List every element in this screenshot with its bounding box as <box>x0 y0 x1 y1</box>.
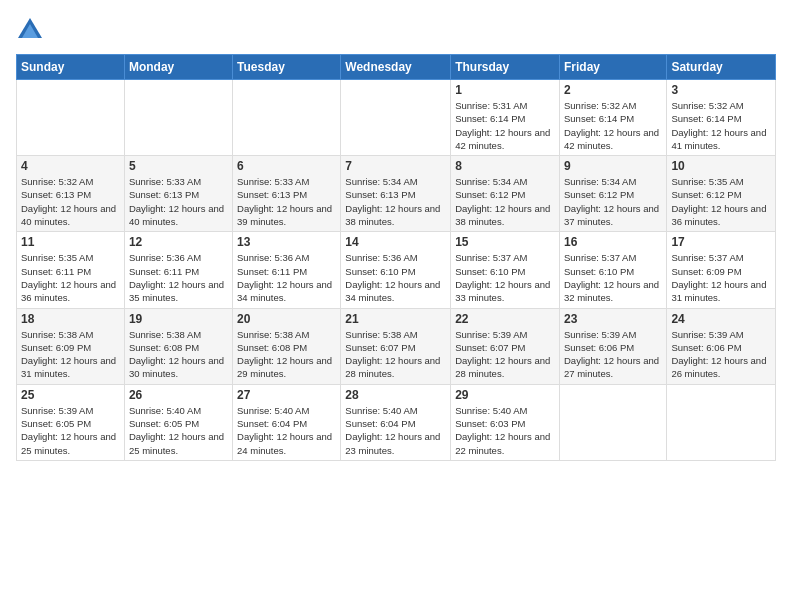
calendar-cell <box>667 384 776 460</box>
day-number: 5 <box>129 159 228 173</box>
day-number: 2 <box>564 83 662 97</box>
day-info: Sunrise: 5:38 AM Sunset: 6:07 PM Dayligh… <box>345 328 446 381</box>
day-number: 28 <box>345 388 446 402</box>
day-number: 26 <box>129 388 228 402</box>
day-info: Sunrise: 5:36 AM Sunset: 6:11 PM Dayligh… <box>129 251 228 304</box>
calendar-cell: 12Sunrise: 5:36 AM Sunset: 6:11 PM Dayli… <box>124 232 232 308</box>
calendar-week-row: 1Sunrise: 5:31 AM Sunset: 6:14 PM Daylig… <box>17 80 776 156</box>
calendar-week-row: 25Sunrise: 5:39 AM Sunset: 6:05 PM Dayli… <box>17 384 776 460</box>
calendar-cell <box>233 80 341 156</box>
calendar: SundayMondayTuesdayWednesdayThursdayFrid… <box>16 54 776 461</box>
day-info: Sunrise: 5:40 AM Sunset: 6:04 PM Dayligh… <box>237 404 336 457</box>
calendar-cell: 17Sunrise: 5:37 AM Sunset: 6:09 PM Dayli… <box>667 232 776 308</box>
weekday-header: Friday <box>559 55 666 80</box>
calendar-week-row: 18Sunrise: 5:38 AM Sunset: 6:09 PM Dayli… <box>17 308 776 384</box>
day-info: Sunrise: 5:36 AM Sunset: 6:10 PM Dayligh… <box>345 251 446 304</box>
calendar-cell: 29Sunrise: 5:40 AM Sunset: 6:03 PM Dayli… <box>451 384 560 460</box>
calendar-week-row: 11Sunrise: 5:35 AM Sunset: 6:11 PM Dayli… <box>17 232 776 308</box>
calendar-cell: 1Sunrise: 5:31 AM Sunset: 6:14 PM Daylig… <box>451 80 560 156</box>
calendar-cell: 27Sunrise: 5:40 AM Sunset: 6:04 PM Dayli… <box>233 384 341 460</box>
day-number: 4 <box>21 159 120 173</box>
day-number: 14 <box>345 235 446 249</box>
day-info: Sunrise: 5:32 AM Sunset: 6:14 PM Dayligh… <box>671 99 771 152</box>
day-info: Sunrise: 5:38 AM Sunset: 6:08 PM Dayligh… <box>129 328 228 381</box>
weekday-header: Wednesday <box>341 55 451 80</box>
calendar-cell: 8Sunrise: 5:34 AM Sunset: 6:12 PM Daylig… <box>451 156 560 232</box>
day-info: Sunrise: 5:37 AM Sunset: 6:10 PM Dayligh… <box>455 251 555 304</box>
calendar-cell: 4Sunrise: 5:32 AM Sunset: 6:13 PM Daylig… <box>17 156 125 232</box>
day-number: 10 <box>671 159 771 173</box>
day-info: Sunrise: 5:37 AM Sunset: 6:10 PM Dayligh… <box>564 251 662 304</box>
logo <box>16 16 48 44</box>
day-number: 24 <box>671 312 771 326</box>
day-info: Sunrise: 5:32 AM Sunset: 6:13 PM Dayligh… <box>21 175 120 228</box>
day-info: Sunrise: 5:36 AM Sunset: 6:11 PM Dayligh… <box>237 251 336 304</box>
day-info: Sunrise: 5:40 AM Sunset: 6:05 PM Dayligh… <box>129 404 228 457</box>
day-number: 7 <box>345 159 446 173</box>
calendar-cell: 14Sunrise: 5:36 AM Sunset: 6:10 PM Dayli… <box>341 232 451 308</box>
weekday-header: Tuesday <box>233 55 341 80</box>
calendar-cell: 21Sunrise: 5:38 AM Sunset: 6:07 PM Dayli… <box>341 308 451 384</box>
calendar-cell: 3Sunrise: 5:32 AM Sunset: 6:14 PM Daylig… <box>667 80 776 156</box>
day-info: Sunrise: 5:34 AM Sunset: 6:12 PM Dayligh… <box>564 175 662 228</box>
day-info: Sunrise: 5:38 AM Sunset: 6:09 PM Dayligh… <box>21 328 120 381</box>
day-number: 1 <box>455 83 555 97</box>
day-info: Sunrise: 5:35 AM Sunset: 6:12 PM Dayligh… <box>671 175 771 228</box>
calendar-cell: 18Sunrise: 5:38 AM Sunset: 6:09 PM Dayli… <box>17 308 125 384</box>
day-number: 23 <box>564 312 662 326</box>
calendar-cell: 11Sunrise: 5:35 AM Sunset: 6:11 PM Dayli… <box>17 232 125 308</box>
day-info: Sunrise: 5:39 AM Sunset: 6:06 PM Dayligh… <box>671 328 771 381</box>
calendar-header-row: SundayMondayTuesdayWednesdayThursdayFrid… <box>17 55 776 80</box>
day-number: 29 <box>455 388 555 402</box>
day-number: 15 <box>455 235 555 249</box>
day-info: Sunrise: 5:33 AM Sunset: 6:13 PM Dayligh… <box>129 175 228 228</box>
calendar-cell <box>341 80 451 156</box>
day-number: 18 <box>21 312 120 326</box>
day-number: 9 <box>564 159 662 173</box>
day-info: Sunrise: 5:38 AM Sunset: 6:08 PM Dayligh… <box>237 328 336 381</box>
day-info: Sunrise: 5:39 AM Sunset: 6:05 PM Dayligh… <box>21 404 120 457</box>
day-info: Sunrise: 5:35 AM Sunset: 6:11 PM Dayligh… <box>21 251 120 304</box>
day-info: Sunrise: 5:34 AM Sunset: 6:12 PM Dayligh… <box>455 175 555 228</box>
day-info: Sunrise: 5:31 AM Sunset: 6:14 PM Dayligh… <box>455 99 555 152</box>
weekday-header: Thursday <box>451 55 560 80</box>
calendar-cell: 16Sunrise: 5:37 AM Sunset: 6:10 PM Dayli… <box>559 232 666 308</box>
day-info: Sunrise: 5:34 AM Sunset: 6:13 PM Dayligh… <box>345 175 446 228</box>
day-info: Sunrise: 5:33 AM Sunset: 6:13 PM Dayligh… <box>237 175 336 228</box>
day-number: 22 <box>455 312 555 326</box>
calendar-cell: 26Sunrise: 5:40 AM Sunset: 6:05 PM Dayli… <box>124 384 232 460</box>
day-number: 20 <box>237 312 336 326</box>
day-number: 21 <box>345 312 446 326</box>
day-info: Sunrise: 5:39 AM Sunset: 6:06 PM Dayligh… <box>564 328 662 381</box>
calendar-cell: 9Sunrise: 5:34 AM Sunset: 6:12 PM Daylig… <box>559 156 666 232</box>
day-number: 16 <box>564 235 662 249</box>
logo-icon <box>16 16 44 44</box>
calendar-week-row: 4Sunrise: 5:32 AM Sunset: 6:13 PM Daylig… <box>17 156 776 232</box>
weekday-header: Sunday <box>17 55 125 80</box>
calendar-cell: 19Sunrise: 5:38 AM Sunset: 6:08 PM Dayli… <box>124 308 232 384</box>
day-number: 8 <box>455 159 555 173</box>
day-number: 11 <box>21 235 120 249</box>
calendar-cell: 2Sunrise: 5:32 AM Sunset: 6:14 PM Daylig… <box>559 80 666 156</box>
day-info: Sunrise: 5:32 AM Sunset: 6:14 PM Dayligh… <box>564 99 662 152</box>
page-header <box>16 16 776 44</box>
weekday-header: Saturday <box>667 55 776 80</box>
day-number: 13 <box>237 235 336 249</box>
day-number: 12 <box>129 235 228 249</box>
day-number: 27 <box>237 388 336 402</box>
calendar-cell: 20Sunrise: 5:38 AM Sunset: 6:08 PM Dayli… <box>233 308 341 384</box>
calendar-cell: 15Sunrise: 5:37 AM Sunset: 6:10 PM Dayli… <box>451 232 560 308</box>
calendar-cell: 10Sunrise: 5:35 AM Sunset: 6:12 PM Dayli… <box>667 156 776 232</box>
day-number: 6 <box>237 159 336 173</box>
calendar-cell <box>124 80 232 156</box>
calendar-cell: 22Sunrise: 5:39 AM Sunset: 6:07 PM Dayli… <box>451 308 560 384</box>
day-number: 19 <box>129 312 228 326</box>
day-number: 25 <box>21 388 120 402</box>
calendar-cell: 5Sunrise: 5:33 AM Sunset: 6:13 PM Daylig… <box>124 156 232 232</box>
day-number: 17 <box>671 235 771 249</box>
day-info: Sunrise: 5:37 AM Sunset: 6:09 PM Dayligh… <box>671 251 771 304</box>
calendar-cell: 28Sunrise: 5:40 AM Sunset: 6:04 PM Dayli… <box>341 384 451 460</box>
calendar-cell: 7Sunrise: 5:34 AM Sunset: 6:13 PM Daylig… <box>341 156 451 232</box>
calendar-cell <box>559 384 666 460</box>
day-number: 3 <box>671 83 771 97</box>
